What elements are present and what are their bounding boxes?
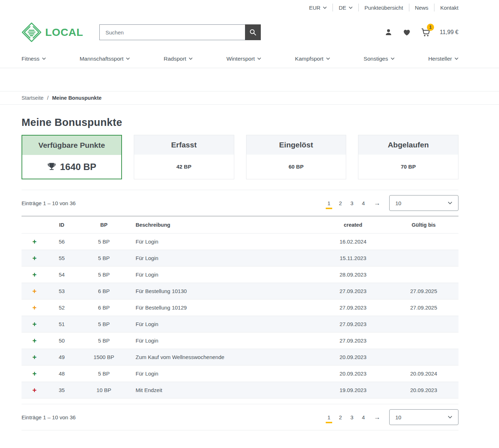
page-number[interactable]: 1 bbox=[323, 411, 335, 423]
pagination-bar-bottom: Einträge 1 – 10 von 36 1 2 3 4 → 10 bbox=[22, 404, 458, 430]
page-number[interactable]: 4 bbox=[358, 197, 369, 209]
chevron-down-icon bbox=[455, 57, 458, 60]
local-diamond-icon bbox=[22, 22, 42, 42]
cell-id: 35 bbox=[47, 382, 76, 399]
cell-valid bbox=[389, 349, 458, 366]
table-row: 54 5 BP Für Login 28.09.2023 bbox=[22, 267, 458, 283]
next-page-button[interactable]: → bbox=[369, 414, 385, 421]
chevron-down-icon bbox=[189, 57, 193, 60]
expand-row-icon[interactable] bbox=[32, 304, 37, 311]
main-nav: Fitness Mannschaftssport Radsport Winter… bbox=[0, 49, 499, 68]
search-button[interactable] bbox=[245, 24, 261, 40]
topbar-link-punkteuebersicht[interactable]: Punkteübersicht bbox=[359, 5, 409, 11]
page-number[interactable]: 3 bbox=[346, 197, 358, 209]
nav-item[interactable]: Hersteller bbox=[428, 56, 458, 62]
cell-description: Für Login bbox=[132, 234, 317, 250]
expand-row-icon[interactable] bbox=[32, 321, 37, 328]
header-id: ID bbox=[47, 216, 76, 234]
nav-item[interactable]: Mannschaftssport bbox=[80, 56, 130, 62]
next-page-button[interactable]: → bbox=[369, 199, 385, 207]
summary-card: Verfügbare Punkte 1640 BP bbox=[22, 135, 122, 179]
expand-row-icon[interactable] bbox=[32, 337, 37, 344]
cell-description: Für Login bbox=[132, 366, 317, 382]
nav-item[interactable]: Kampfsport bbox=[295, 56, 330, 62]
person-icon bbox=[384, 28, 393, 37]
cell-bp: 5 BP bbox=[76, 250, 132, 267]
language-selector[interactable]: DE bbox=[333, 5, 358, 11]
summary-card-value: 60 BP bbox=[289, 164, 304, 170]
cart-total: 11,99 € bbox=[440, 29, 458, 36]
page-number[interactable]: 1 bbox=[323, 197, 335, 209]
nav-item-label: Radsport bbox=[164, 56, 186, 62]
pagination-bar-top: Einträge 1 – 10 von 36 1 2 3 4 → 10 bbox=[22, 190, 458, 216]
topbar: EUR DE Punkteübersicht News Kontakt bbox=[0, 0, 499, 15]
table-row: 50 5 BP Für Login 27.09.2023 bbox=[22, 333, 458, 349]
cell-created: 20.09.2023 bbox=[317, 366, 389, 382]
header-description: Beschreibung bbox=[132, 216, 317, 234]
expand-row-icon[interactable] bbox=[32, 255, 37, 262]
page-title: Meine Bonuspunkte bbox=[22, 117, 458, 128]
cell-id: 53 bbox=[47, 283, 76, 300]
page-number[interactable]: 2 bbox=[335, 411, 346, 423]
table-row: 35 10 BP Mit Endzeit 19.09.2023 20.09.20… bbox=[22, 382, 458, 399]
breadcrumb-home[interactable]: Startseite bbox=[22, 95, 43, 101]
expand-row-icon[interactable] bbox=[32, 271, 37, 278]
summary-card: Abgelaufen 70 BP bbox=[358, 135, 458, 179]
expand-row-icon[interactable] bbox=[32, 288, 37, 295]
cell-created: 27.09.2023 bbox=[317, 316, 389, 333]
topbar-link-kontakt[interactable]: Kontakt bbox=[434, 5, 458, 11]
search-input[interactable] bbox=[99, 24, 245, 40]
expand-row-icon[interactable] bbox=[32, 238, 37, 245]
cell-valid: 20.09.2023 bbox=[389, 382, 458, 399]
nav-item[interactable]: Sonstiges bbox=[364, 56, 395, 62]
summary-card-label: Erfasst bbox=[134, 135, 234, 155]
table-row: 53 6 BP Für Bestellung 10130 27.09.2023 … bbox=[22, 283, 458, 300]
logo[interactable]: LOCAL bbox=[22, 22, 99, 42]
per-page-value: 10 bbox=[395, 200, 401, 206]
nav-item[interactable]: Radsport bbox=[164, 56, 193, 62]
table-row: 52 6 BP Für Bestellung 10129 27.09.2023 … bbox=[22, 300, 458, 316]
cell-id: 49 bbox=[47, 349, 76, 366]
page-number[interactable]: 3 bbox=[346, 411, 358, 423]
logo-text: LOCAL bbox=[45, 26, 83, 38]
cart-button[interactable]: 1 bbox=[421, 28, 430, 37]
topbar-link-news[interactable]: News bbox=[409, 5, 434, 11]
cell-valid bbox=[389, 250, 458, 267]
magnifier-icon bbox=[249, 28, 257, 36]
nav-item[interactable]: Fitness bbox=[22, 56, 46, 62]
cell-id: 56 bbox=[47, 234, 76, 250]
chevron-down-icon bbox=[323, 6, 327, 9]
header-expand bbox=[22, 216, 47, 234]
nav-item-label: Wintersport bbox=[226, 56, 255, 62]
account-button[interactable] bbox=[384, 28, 393, 37]
expand-row-icon[interactable] bbox=[32, 387, 37, 394]
cell-description: Zum Kauf vom Wellnesswochenende bbox=[132, 349, 317, 366]
chevron-down-icon bbox=[448, 202, 452, 204]
page-number[interactable]: 4 bbox=[358, 411, 369, 423]
cell-bp: 10 BP bbox=[76, 382, 132, 399]
table-row: 55 5 BP Für Login 15.11.2023 bbox=[22, 250, 458, 267]
per-page-select[interactable]: 10 bbox=[389, 409, 458, 425]
chevron-down-icon bbox=[42, 57, 46, 60]
nav-item-label: Kampfsport bbox=[295, 56, 323, 62]
table-row: 56 5 BP Für Login 16.02.2024 bbox=[22, 234, 458, 250]
summary-card-label: Abgelaufen bbox=[358, 135, 458, 155]
expand-row-icon[interactable] bbox=[32, 370, 37, 377]
summary-card-label: Eingelöst bbox=[246, 135, 346, 155]
cell-valid bbox=[389, 234, 458, 250]
cell-id: 51 bbox=[47, 316, 76, 333]
per-page-select[interactable]: 10 bbox=[389, 195, 458, 211]
page-number[interactable]: 2 bbox=[335, 197, 346, 209]
cell-bp: 5 BP bbox=[76, 316, 132, 333]
cell-bp: 5 BP bbox=[76, 333, 132, 349]
wishlist-button[interactable] bbox=[403, 28, 411, 37]
breadcrumb-separator: / bbox=[47, 95, 48, 101]
cell-id: 50 bbox=[47, 333, 76, 349]
cell-created: 15.11.2023 bbox=[317, 250, 389, 267]
expand-row-icon[interactable] bbox=[32, 354, 37, 361]
currency-selector[interactable]: EUR bbox=[303, 5, 333, 11]
nav-item[interactable]: Wintersport bbox=[226, 56, 261, 62]
cell-created: 19.09.2023 bbox=[317, 382, 389, 399]
header-valid: Gültig bis bbox=[389, 216, 458, 234]
cell-created: 27.09.2023 bbox=[317, 333, 389, 349]
